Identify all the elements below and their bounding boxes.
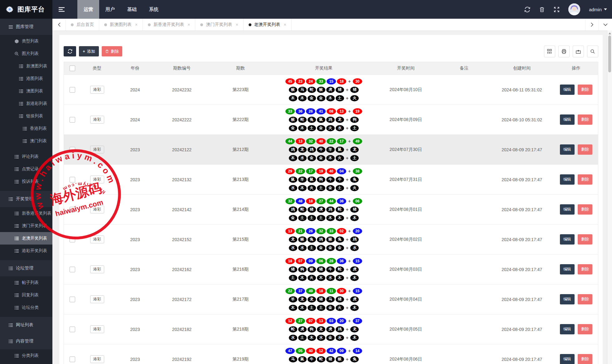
refresh-icon[interactable] [524, 7, 530, 12]
zodiac-ball: 猴 [317, 87, 325, 93]
row-checkbox[interactable] [70, 327, 75, 332]
tab-4[interactable]: 老澳开奖列表× [244, 19, 292, 31]
delete-row-button[interactable]: 删除 [578, 144, 592, 155]
edit-button[interactable]: 编辑 [560, 85, 575, 95]
app-title: 图库平台 [17, 5, 45, 14]
element-ball: 土 [308, 215, 316, 221]
sidebar-item-26[interactable]: 网址列表 [0, 317, 52, 333]
tab-1[interactable]: 新澳图列表× [99, 19, 143, 31]
fullscreen-icon[interactable] [554, 7, 560, 12]
edit-button[interactable]: 编辑 [560, 234, 575, 245]
tab-close-icon[interactable]: × [135, 22, 138, 27]
delete-row-button[interactable]: 删除 [578, 85, 592, 95]
sidebar-item-3[interactable]: 新澳图列表 [0, 60, 52, 72]
delete-row-button[interactable]: 删除 [578, 324, 592, 334]
element-ball: 金 [308, 155, 316, 161]
element-ball: 土 [317, 215, 325, 221]
tabs-scroll-left[interactable] [52, 19, 66, 31]
tab-close-icon[interactable]: × [187, 22, 190, 27]
edit-button[interactable]: 编辑 [560, 324, 575, 334]
tabs-menu-dropdown[interactable] [599, 19, 612, 31]
row-checkbox[interactable] [70, 87, 75, 93]
sidebar-item-0[interactable]: 图库管理 [0, 19, 52, 35]
edit-button[interactable]: 编辑 [560, 264, 575, 274]
row-checkbox[interactable] [70, 207, 75, 212]
export-icon[interactable] [573, 46, 584, 57]
trash-icon[interactable] [539, 7, 545, 12]
sidebar-item-21[interactable]: 论坛管理 [0, 260, 52, 276]
sidebar-item-1[interactable]: 类型列表 [0, 35, 52, 47]
edit-button[interactable]: 编辑 [560, 294, 575, 304]
nav-item-1[interactable]: 用户 [99, 0, 121, 19]
row-checkbox[interactable] [70, 177, 75, 182]
nav-item-3[interactable]: 系统 [143, 0, 165, 19]
delete-row-button[interactable]: 删除 [578, 354, 592, 364]
delete-row-button[interactable]: 删除 [578, 234, 592, 245]
sidebar-item-5[interactable]: 澳图列表 [0, 85, 52, 97]
header-cell-1: 年份 [113, 66, 157, 71]
tab-2[interactable]: 新香港开奖列表× [143, 19, 195, 31]
element-ball: 水 [336, 125, 344, 131]
sidebar-item-2[interactable]: 图片列表 [0, 47, 52, 60]
user-menu[interactable]: admin [589, 7, 607, 12]
delete-row-button[interactable]: 删除 [578, 174, 592, 185]
scrollbar-up-arrow[interactable] [609, 32, 611, 34]
special-zodiac-ball: 猪 [350, 206, 359, 213]
sidebar-item-label: 类型列表 [22, 38, 39, 44]
tab-close-icon[interactable]: × [236, 22, 238, 27]
edit-button[interactable]: 编辑 [560, 354, 575, 364]
row-checkbox[interactable] [70, 117, 75, 123]
tabs-scroll-right[interactable] [585, 19, 599, 31]
number-ball: 40 [306, 348, 315, 354]
sidebar-item-19[interactable]: 港彩开奖列表 [0, 245, 52, 257]
avatar[interactable] [568, 3, 580, 15]
tab-close-icon[interactable]: × [284, 22, 286, 27]
sidebar-item-9[interactable]: 澳门列表 [0, 135, 52, 147]
sidebar-item-6[interactable]: 新港彩列表 [0, 97, 52, 110]
number-ball: 32 [285, 198, 295, 204]
row-checkbox[interactable] [70, 357, 75, 362]
delete-row-button[interactable]: 删除 [578, 204, 592, 215]
sidebar-item-24[interactable]: 论坛分类 [0, 301, 52, 314]
print-icon[interactable] [558, 46, 570, 57]
sidebar-item-15[interactable]: 开奖管理 [0, 191, 52, 207]
element-ball: 土 [317, 305, 325, 311]
sidebar-item-17[interactable]: 澳门开奖列表 [0, 220, 52, 232]
sidebar-item-7[interactable]: 链接列表 [0, 110, 52, 122]
sidebar-item-18[interactable]: 老澳开奖列表 [0, 232, 52, 245]
refresh-button[interactable] [64, 46, 76, 56]
edit-button[interactable]: 编辑 [560, 204, 575, 215]
sidebar-item-11[interactable]: 评论列表 [0, 150, 52, 163]
sidebar-item-16[interactable]: 新香港开奖列表 [0, 207, 52, 220]
delete-row-button[interactable]: 删除 [578, 114, 592, 125]
tab-3[interactable]: 澳门开奖列表× [195, 19, 243, 31]
sidebar-item-12[interactable]: 点赞记录 [0, 163, 52, 175]
scrollbar-thumb[interactable] [608, 36, 611, 72]
select-all-checkbox[interactable] [70, 66, 75, 71]
sidebar-item-13[interactable]: 投诉列表 [0, 175, 52, 188]
search-icon[interactable] [587, 46, 598, 57]
edit-button[interactable]: 编辑 [560, 114, 575, 125]
delete-button[interactable]: 删除 [102, 46, 122, 56]
edit-button[interactable]: 编辑 [560, 144, 575, 155]
edit-button[interactable]: 编辑 [560, 174, 575, 185]
sidebar-item-27[interactable]: 内容管理 [0, 333, 52, 349]
sidebar-item-4[interactable]: 港图列表 [0, 72, 52, 85]
sidebar-item-23[interactable]: 回复列表 [0, 289, 52, 301]
sidebar-item-8[interactable]: 香港列表 [0, 122, 52, 135]
sidebar-collapse-icon[interactable] [52, 0, 70, 19]
columns-toggle-icon[interactable] [544, 46, 555, 57]
delete-row-button[interactable]: 删除 [578, 264, 592, 274]
sidebar-item-28[interactable]: 分类列表 [0, 349, 52, 362]
app-logo: 图库平台 [0, 0, 52, 19]
row-checkbox[interactable] [70, 147, 75, 153]
row-checkbox[interactable] [70, 297, 75, 302]
add-button[interactable]: +添加 [79, 46, 99, 56]
tab-0[interactable]: 后台首页 [66, 19, 99, 31]
sidebar-item-22[interactable]: 帖子列表 [0, 276, 52, 289]
row-checkbox[interactable] [70, 267, 75, 272]
nav-item-2[interactable]: 基础 [121, 0, 143, 19]
row-checkbox[interactable] [70, 237, 75, 242]
nav-item-0[interactable]: 运营 [77, 0, 99, 19]
delete-row-button[interactable]: 删除 [578, 294, 592, 304]
